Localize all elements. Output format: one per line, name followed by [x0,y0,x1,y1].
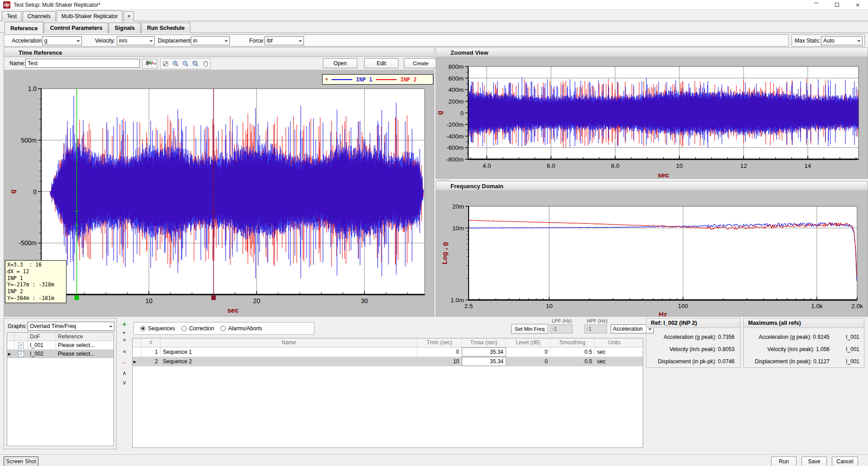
sequence-row[interactable]: ▸2Sequence 21035.3400.5sec [133,357,643,366]
sequence-row[interactable]: 1Sequence 1035.3400.5sec [133,347,643,357]
subtab-run-schedule[interactable]: Run Schedule [141,23,190,33]
inp2-legend-line [376,79,397,80]
checkbox-icon[interactable]: ✓ [18,351,24,357]
tmax-cell[interactable]: 35.34 [462,347,506,357]
tmin-cell[interactable]: 10 [417,357,462,366]
level-cell[interactable]: 0 [506,347,550,357]
tmax-cell[interactable]: 35.34 [462,357,506,366]
max-stat-row: Velocity (in/s peak): 1.056I_001 [744,346,859,352]
svg-text:6.0: 6.0 [547,162,555,169]
set-min-freq-button[interactable]: Set Min Freq [511,324,548,334]
zoomed-chart-canvas[interactable]: 800m600m400m200m0-200m-400m-600m-800m4.0… [436,57,868,178]
force-unit-dropdown[interactable]: lbf [265,36,304,45]
reference-name-input[interactable] [25,59,140,68]
fit-view-icon[interactable] [161,59,171,68]
lpf-input[interactable] [550,324,573,333]
velocity-unit-dropdown[interactable]: in/s [117,36,155,45]
level-cell[interactable]: 0 [506,357,550,366]
column-header: Tmax (sec) [462,338,506,347]
move-all-right-button[interactable]: » [120,336,129,344]
hpf-input[interactable] [584,324,607,333]
graphs-mode-value: Overlaid Time/Freq [30,323,76,329]
svg-text:2.0k: 2.0k [851,303,863,309]
save-button[interactable]: Save [802,456,827,466]
max-stat-row: Acceleration (g peak): 0.9245I_001 [744,334,859,340]
reference-cell[interactable]: Please select... [56,350,114,358]
row-checkbox-cell: ✓ [14,341,28,349]
subtab-control-parameters[interactable]: Control Parameters [44,23,108,33]
smoothing-cell[interactable]: 0.5 [550,347,595,357]
row-checkbox-cell: ✓ [14,350,28,358]
svg-text:g: g [9,190,16,194]
time-chart-canvas[interactable]: 1.0500m0-500m102030gsec↔↔↔↔ [4,70,434,316]
zoom-box-icon[interactable] [190,59,200,68]
dof-table-row[interactable]: ✓I_001Please select... [7,341,114,350]
units-cell[interactable]: sec [595,347,634,357]
svg-text:1.0: 1.0 [28,85,37,92]
sequence-name-cell[interactable]: Sequence 2 [161,357,417,366]
radio-alarms-aborts[interactable]: Alarms/Aborts [220,325,262,332]
create-mmn-button[interactable]: Create (MMN) [404,58,437,68]
add-tab-button[interactable]: + [123,11,134,21]
units-cell[interactable]: sec [595,357,634,366]
move-up-button[interactable]: ∧ [120,370,129,377]
svg-text:20m: 20m [452,203,464,210]
max-stats-dropdown[interactable]: Auto [821,36,863,45]
zoom-in-icon[interactable] [171,59,180,68]
edit-button[interactable]: Edit [364,58,398,68]
svg-text:0: 0 [33,188,37,195]
zoom-out-icon[interactable] [180,59,190,68]
subtab-signals[interactable]: Signals [109,23,140,33]
remove-button[interactable]: − [120,360,129,367]
radio-sequences[interactable]: Sequences [140,325,175,332]
move-all-left-button[interactable]: « [120,348,129,356]
cancel-button[interactable]: Cancel [832,456,858,466]
maximums-panel: Maximums (all refs) Acceleration (g peak… [743,318,864,368]
acceleration-unit-dropdown[interactable]: g [42,36,82,45]
sequences-table: #NameTmin (sec)Tmax (sec)Level (dB)Smoot… [132,338,643,448]
smoothing-cell[interactable]: 0.5 [550,357,595,366]
close-button[interactable]: × [848,0,868,10]
svg-text:↔: ↔ [210,221,217,228]
displacement-unit-dropdown[interactable]: in [191,36,230,45]
max-stat-label-value: Displacement (in peak): 0.1127 [744,358,830,365]
tab-multi-shaker-replicator[interactable]: Multi-Shaker Replicator [57,10,123,22]
time-chart-region: 1.0500m0-500m102030gsec↔↔↔↔ ¤ INP 1 INP … [4,70,434,316]
maximize-button[interactable] [827,0,847,10]
svg-text:10: 10 [676,162,683,169]
checkbox-icon[interactable]: ✓ [18,342,24,348]
tmin-cell[interactable]: 0 [417,347,462,357]
displacement-label: Displacement: [158,38,192,44]
move-down-button[interactable]: ∨ [120,379,129,387]
minimize-button[interactable] [806,0,826,10]
svg-text:30: 30 [361,297,368,304]
app-logo-icon: dp [3,1,10,9]
svg-text:g: g [436,111,443,115]
dof-table-row[interactable]: ▸✓I_002Please select... [7,350,114,358]
add-button[interactable]: + [120,321,129,328]
pan-hand-icon[interactable] [200,59,210,68]
graphs-mode-dropdown[interactable]: Overlaid Time/Freq [28,322,114,331]
sequence-name-cell[interactable]: Sequence 1 [161,347,417,357]
svg-text:10: 10 [145,297,152,304]
graphs-panel: Graphs: Overlaid Time/Freq DoFReference✓… [4,318,117,449]
open-button[interactable]: Open [323,58,357,68]
subtab-reference[interactable]: Reference [5,22,43,33]
column-header [7,333,14,341]
svg-text:-500m: -500m [19,239,37,247]
svg-text:20: 20 [253,297,261,304]
screen-shot-button[interactable]: Screen Shot [4,456,38,466]
reference-cell[interactable]: Please select... [56,341,114,349]
frequency-chart-canvas[interactable]: 20m10m1.0m2.5101001.0k2.0kLog , gHz [436,190,868,316]
tab-channels[interactable]: Channels [23,11,56,21]
frequency-domain-panel: Frequency Domain 20m10m1.0m2.5101001.0k2… [436,181,868,317]
footer-bar: Screen Shot Run Save Cancel [0,454,868,466]
tab-test[interactable]: Test [2,11,22,21]
signal-style-button[interactable] [142,59,157,69]
name-label: Name: [9,60,25,67]
acceleration-label: Acceleration: [12,38,43,44]
expand-right-button[interactable]: ▸ [120,329,129,337]
column-header: # [142,338,161,347]
run-button[interactable]: Run [771,456,797,466]
radio-correction[interactable]: Correction [181,325,214,332]
